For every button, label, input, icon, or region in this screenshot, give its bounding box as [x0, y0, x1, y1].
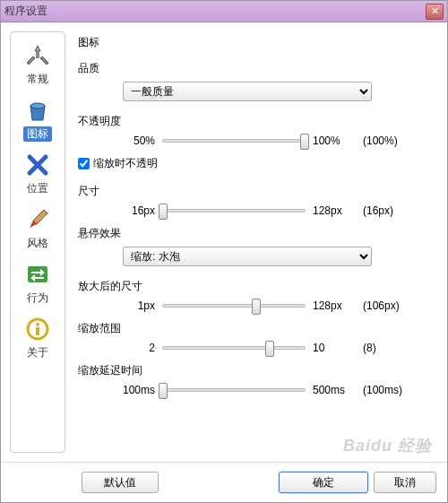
opacity-min: 50%	[114, 134, 155, 147]
quality-select[interactable]: 一般质量	[123, 82, 372, 101]
slider-thumb[interactable]	[252, 299, 261, 315]
titlebar: 程序设置 ✕	[1, 1, 447, 22]
sidebar-item-about[interactable]: 关于	[11, 311, 65, 364]
brush-icon	[23, 205, 52, 234]
delay-slider[interactable]	[162, 388, 306, 392]
zoomed-size-label: 放大后的尺寸	[78, 279, 429, 294]
sidebar-item-label: 行为	[27, 291, 48, 306]
sidebar-item-label: 图标	[23, 126, 52, 142]
sidebar-item-style[interactable]: 风格	[11, 202, 65, 255]
tools-icon	[23, 41, 52, 70]
ok-button[interactable]: 确定	[279, 472, 368, 493]
sidebar: 常规 图标 位置 风格	[10, 31, 65, 453]
close-button[interactable]: ✕	[426, 4, 444, 20]
zoomed-max: 128px	[313, 299, 356, 312]
slider-thumb[interactable]	[159, 204, 168, 220]
opacity-value: (100%)	[363, 134, 413, 147]
arrows-icon	[23, 260, 52, 289]
default-button[interactable]: 默认值	[82, 472, 159, 493]
close-icon: ✕	[431, 5, 439, 17]
size-max: 128px	[313, 204, 356, 217]
delay-max: 500ms	[313, 384, 356, 396]
svg-point-1	[30, 103, 45, 108]
delay-min: 100ms	[114, 384, 155, 396]
svg-rect-2	[28, 266, 47, 282]
svg-rect-0	[36, 51, 39, 58]
position-icon	[23, 151, 52, 179]
range-slider[interactable]	[162, 346, 306, 350]
slider-thumb[interactable]	[159, 383, 168, 399]
size-value: (16px)	[363, 204, 413, 217]
svg-point-4	[36, 323, 39, 326]
bin-icon	[23, 96, 52, 125]
size-min: 16px	[114, 204, 155, 217]
zoomed-slider[interactable]	[162, 304, 306, 308]
sidebar-item-label: 风格	[27, 236, 48, 251]
range-max: 10	[313, 342, 356, 354]
delay-label: 缩放延迟时间	[78, 363, 429, 378]
sidebar-item-icons[interactable]: 图标	[11, 92, 65, 145]
range-min: 2	[114, 342, 155, 354]
main-panel: 图标 品质 一般质量 不透明度 50% 100% (100%) 缩放时不透明 尺…	[74, 31, 438, 453]
sidebar-item-behavior[interactable]: 行为	[11, 256, 65, 309]
sidebar-item-label: 位置	[27, 181, 48, 196]
size-slider[interactable]	[162, 209, 306, 212]
opaque-on-zoom-checkbox[interactable]	[78, 158, 90, 169]
opacity-label: 不透明度	[78, 114, 429, 129]
range-label: 缩放范围	[78, 321, 429, 336]
opacity-max: 100%	[313, 134, 356, 147]
size-label: 尺寸	[78, 184, 429, 199]
sidebar-item-label: 常规	[27, 72, 48, 87]
hover-label: 悬停效果	[78, 226, 429, 241]
quality-label: 品质	[78, 61, 429, 76]
slider-thumb[interactable]	[265, 341, 274, 357]
panel-title: 图标	[78, 35, 429, 50]
range-value: (8)	[363, 342, 413, 354]
opaque-on-zoom-label: 缩放时不透明	[93, 156, 158, 171]
cancel-button[interactable]: 取消	[374, 472, 436, 493]
zoomed-value: (106px)	[363, 299, 413, 312]
opacity-slider[interactable]	[162, 139, 306, 143]
delay-value: (100ms)	[363, 384, 413, 396]
window-title: 程序设置	[4, 4, 426, 19]
sidebar-item-label: 关于	[27, 345, 48, 360]
svg-rect-5	[36, 327, 39, 335]
zoomed-min: 1px	[114, 299, 155, 312]
slider-thumb[interactable]	[300, 134, 309, 150]
sidebar-item-general[interactable]: 常规	[11, 38, 65, 91]
info-icon	[23, 315, 52, 343]
sidebar-item-position[interactable]: 位置	[11, 147, 65, 200]
hover-select[interactable]: 缩放: 水泡	[123, 247, 372, 266]
